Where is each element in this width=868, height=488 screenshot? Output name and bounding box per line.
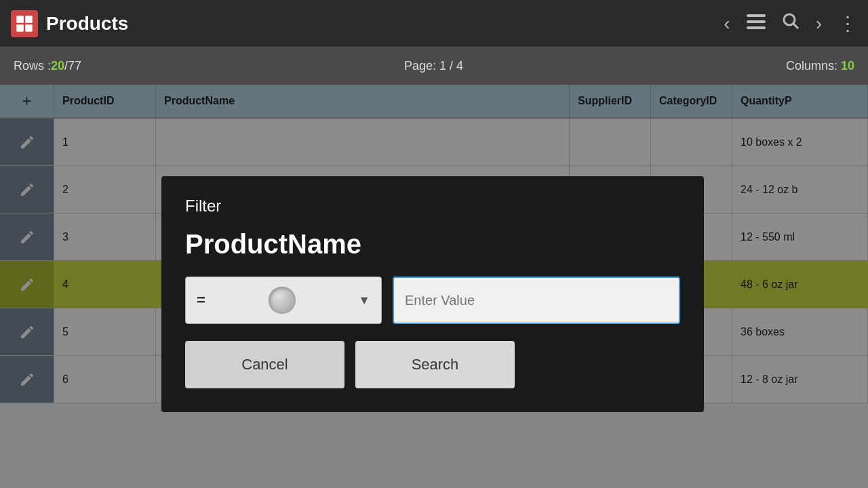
- page-title: Products: [46, 13, 724, 35]
- svg-rect-5: [747, 20, 766, 23]
- table-area: + ProductID ProductName SupplierID Categ…: [0, 85, 868, 488]
- svg-rect-1: [25, 16, 32, 22]
- page-info: Page: 1 / 4: [404, 59, 463, 73]
- operator-value: =: [197, 291, 205, 309]
- logo-icon: [15, 14, 34, 33]
- back-icon[interactable]: ‹: [724, 13, 730, 35]
- app-header: Products ‹ › ⋮: [0, 0, 868, 47]
- chevron-down-icon: ▼: [358, 293, 370, 308]
- search-icon[interactable]: [782, 12, 800, 35]
- cols-info: Columns: 10: [786, 59, 854, 73]
- modal-title: Filter: [185, 197, 680, 216]
- cancel-button[interactable]: Cancel: [185, 341, 344, 388]
- operator-dropdown[interactable]: = ▼: [185, 277, 382, 324]
- dropdown-circle: [269, 287, 296, 314]
- modal-field-name: ProductName: [185, 229, 680, 260]
- modal-buttons: Cancel Search: [185, 341, 680, 388]
- svg-line-8: [793, 24, 798, 28]
- cols-count: 10: [841, 59, 854, 73]
- subheader: Rows :20/77 Page: 1 / 4 Columns: 10: [0, 47, 868, 85]
- search-button[interactable]: Search: [355, 341, 515, 388]
- rows-label: Rows :: [14, 59, 51, 73]
- menu-icon[interactable]: [747, 13, 766, 34]
- filter-modal: Filter ProductName = ▼ Cancel Search: [161, 176, 704, 412]
- rows-current: 20: [51, 59, 64, 73]
- svg-rect-6: [747, 26, 766, 29]
- svg-rect-4: [747, 14, 766, 17]
- svg-rect-0: [16, 16, 23, 22]
- svg-rect-3: [25, 24, 32, 31]
- svg-point-7: [784, 14, 795, 25]
- header-actions: ‹ › ⋮: [724, 12, 857, 35]
- more-icon[interactable]: ⋮: [838, 12, 857, 35]
- rows-info: Rows :20/77: [14, 59, 81, 73]
- app-logo: [11, 10, 38, 37]
- cols-label: Columns:: [786, 59, 841, 73]
- forward-icon[interactable]: ›: [816, 13, 822, 35]
- filter-value-input[interactable]: [393, 277, 680, 324]
- rows-total: /77: [64, 59, 81, 73]
- svg-rect-2: [16, 24, 23, 31]
- modal-controls: = ▼: [185, 277, 680, 324]
